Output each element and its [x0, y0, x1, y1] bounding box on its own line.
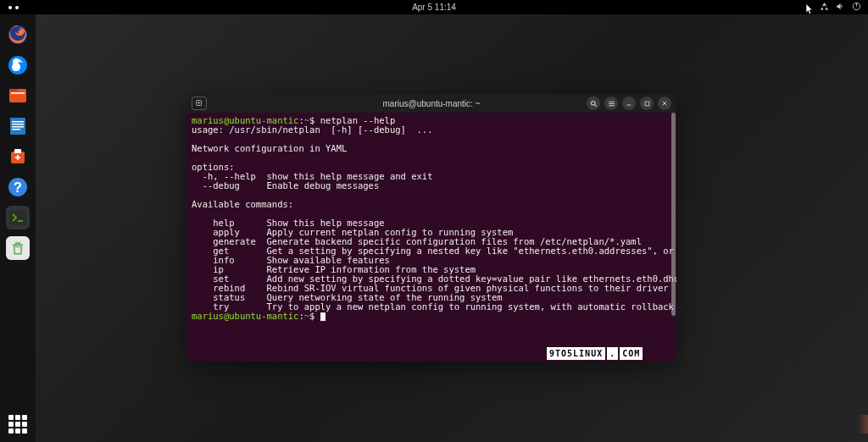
new-tab-button[interactable]	[192, 97, 207, 110]
svg-rect-9	[12, 124, 24, 125]
svg-rect-8	[12, 121, 24, 123]
svg-rect-10	[12, 126, 24, 128]
terminal-content[interactable]: marius@ubuntu-mantic:~$ netplan --help u…	[186, 113, 676, 324]
maximize-button[interactable]	[640, 97, 654, 110]
svg-line-21	[594, 104, 596, 106]
terminal-titlebar[interactable]: marius@ubuntu-mantic: ~	[186, 94, 676, 113]
dock-help[interactable]: ?	[6, 175, 30, 199]
power-icon[interactable]	[852, 2, 861, 13]
volume-icon[interactable]	[836, 2, 845, 13]
svg-rect-26	[645, 102, 649, 106]
scrollbar-thumb[interactable]	[671, 113, 676, 316]
dock-firefox[interactable]	[6, 23, 30, 47]
search-button[interactable]	[587, 97, 600, 110]
svg-rect-13	[14, 149, 21, 153]
clock[interactable]: Apr 5 11:14	[412, 3, 456, 12]
close-button[interactable]	[658, 97, 671, 110]
svg-rect-11	[12, 129, 20, 130]
scrollbar[interactable]	[671, 113, 676, 361]
dock-terminal[interactable]	[6, 206, 30, 229]
right-edge-indicator	[858, 415, 868, 434]
svg-rect-16	[9, 210, 26, 225]
dock-thunderbird[interactable]	[6, 53, 30, 77]
menu-button[interactable]	[604, 97, 618, 110]
svg-text:?: ?	[14, 180, 22, 195]
terminal-window: marius@ubuntu-mantic: ~ marius@u	[186, 94, 676, 362]
show-apps-button[interactable]	[8, 415, 27, 434]
terminal-title: marius@ubuntu-mantic: ~	[383, 99, 481, 108]
svg-rect-6	[9, 89, 18, 91]
terminal-cursor	[320, 312, 326, 321]
dock-libreoffice[interactable]	[6, 114, 30, 138]
svg-point-20	[591, 101, 595, 105]
command-output: usage: /usr/sbin/netplan [-h] [--debug] …	[192, 124, 676, 312]
dock-files[interactable]	[6, 84, 30, 108]
dock: ?	[0, 14, 36, 442]
svg-rect-5	[11, 92, 25, 94]
activities-indicator[interactable]	[8, 6, 19, 9]
dock-software[interactable]	[6, 145, 30, 169]
minimize-button[interactable]	[622, 97, 636, 110]
top-panel: Apr 5 11:14	[0, 0, 868, 14]
watermark: 9TO5LINUX . COM	[547, 347, 643, 360]
desktop: marius@ubuntu-mantic: ~ marius@u	[36, 14, 868, 442]
dock-trash[interactable]	[6, 236, 30, 260]
network-icon[interactable]	[820, 2, 829, 13]
